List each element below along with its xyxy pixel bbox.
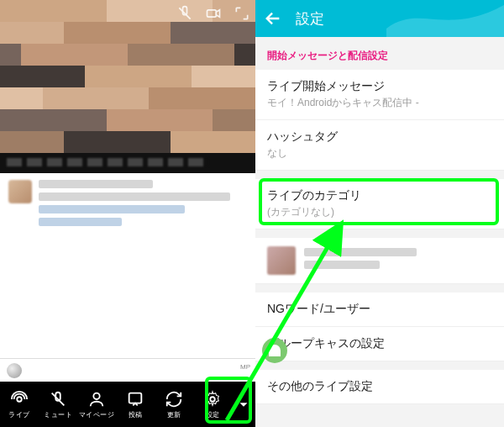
tab-label: 設定: [206, 410, 220, 419]
row-title: ライブのカテゴリ: [267, 188, 492, 203]
svg-rect-0: [207, 10, 217, 17]
coin-icon[interactable]: [7, 363, 22, 378]
tab-settings[interactable]: 設定: [193, 382, 232, 427]
tab-label: 更新: [167, 410, 181, 419]
row-title: NGワード/ユーザー: [267, 302, 492, 317]
settings-title: 設定: [296, 9, 324, 29]
tab-live[interactable]: ライブ: [0, 382, 39, 427]
row-sub: なし: [267, 146, 492, 161]
divider: [255, 229, 504, 238]
tab-mute[interactable]: ミュート: [39, 382, 77, 427]
svg-point-1: [17, 397, 22, 402]
row-title: その他のライブ設定: [267, 379, 492, 394]
tab-more[interactable]: [232, 382, 255, 427]
header-wave-deco: [386, 0, 504, 37]
row-sub: モイ！Androidからキャス配信中 -: [267, 96, 492, 110]
tab-label: ライブ: [8, 410, 30, 419]
row-blurred[interactable]: [255, 238, 504, 284]
video-info-strip: [0, 153, 255, 173]
svg-rect-3: [129, 393, 142, 403]
row-hashtag[interactable]: ハッシュタグ なし: [255, 120, 504, 171]
tab-refresh[interactable]: 更新: [155, 382, 193, 427]
settings-screen: 設定 開始メッセージと配信設定 ライブ開始メッセージ モイ！Androidからキ…: [255, 0, 504, 427]
expand-icon[interactable]: [234, 5, 250, 22]
thumb-icon: [267, 246, 296, 275]
settings-body: 開始メッセージと配信設定 ライブ開始メッセージ モイ！Androidからキャス配…: [255, 37, 504, 427]
mp-label: MP: [240, 363, 250, 371]
divider: [255, 284, 504, 293]
row-sub: (カテゴリなし): [267, 205, 492, 219]
divider: [255, 361, 504, 370]
bottom-tabbar: ライブ ミュート マイページ 投稿 更新 設定: [0, 382, 255, 427]
tab-label: 投稿: [129, 410, 143, 419]
comment-item[interactable]: [0, 173, 255, 234]
tab-label: マイページ: [79, 410, 115, 419]
pixelated-blur: [0, 0, 255, 153]
video-preview[interactable]: [0, 0, 255, 153]
row-title: ハッシュタグ: [267, 129, 492, 145]
row-group-cast[interactable]: グループキャスの設定: [255, 327, 504, 361]
row-other-settings[interactable]: その他のライブ設定: [255, 370, 504, 404]
row-live-category[interactable]: ライブのカテゴリ (カテゴリなし): [255, 179, 504, 229]
row-start-message[interactable]: ライブ開始メッセージ モイ！Androidからキャス配信中 -: [255, 70, 504, 120]
mic-mute-icon[interactable]: [176, 5, 193, 22]
row-ng-word[interactable]: NGワード/ユーザー: [255, 293, 504, 327]
comment-body: [39, 180, 247, 230]
camera-icon[interactable]: [205, 5, 222, 22]
svg-point-4: [211, 397, 216, 402]
section-heading: 開始メッセージと配信設定: [255, 37, 504, 70]
tab-mypage[interactable]: マイページ: [77, 382, 116, 427]
svg-point-2: [93, 393, 99, 398]
row-title: グループキャスの設定: [267, 336, 492, 351]
back-button[interactable]: [264, 9, 282, 28]
settings-header: 設定: [255, 0, 504, 37]
broadcast-screen: ライブ ミュート マイページ 投稿 更新 設定: [0, 0, 255, 427]
row-title: ライブ開始メッセージ: [267, 79, 492, 94]
comment-input-bar[interactable]: [0, 358, 255, 382]
avatar: [8, 180, 32, 203]
tab-label: ミュート: [44, 410, 72, 419]
tab-post[interactable]: 投稿: [116, 382, 155, 427]
floating-avatar-icon: [262, 338, 287, 363]
